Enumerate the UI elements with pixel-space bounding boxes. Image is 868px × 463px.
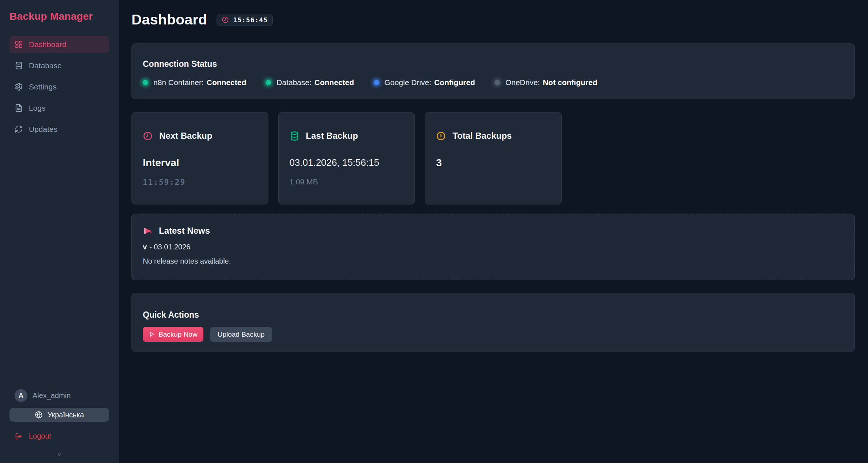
status-label: n8n Container: xyxy=(153,78,204,87)
page-header: Dashboard 15:56:45 xyxy=(131,10,855,29)
megaphone-icon xyxy=(143,226,153,236)
gear-icon xyxy=(15,83,23,91)
backup-now-label: Backup Now xyxy=(158,330,198,338)
alert-circle-icon xyxy=(436,131,446,141)
upload-backup-button[interactable]: Upload Backup xyxy=(210,327,272,342)
sidebar-item-label: Settings xyxy=(29,83,57,91)
status-label: OneDrive: xyxy=(505,78,540,87)
release-notes-text: No release notes available. xyxy=(143,257,844,265)
connection-status-row: n8n Container: Connected Database: Conne… xyxy=(143,78,844,87)
last-backup-card: Last Backup 03.01.2026, 15:56:15 1.09 MB xyxy=(278,112,415,204)
card-title: Last Backup xyxy=(306,131,358,141)
sidebar-item-dashboard[interactable]: Dashboard xyxy=(9,36,109,53)
current-time-badge: 15:56:45 xyxy=(217,14,273,26)
globe-icon xyxy=(35,411,43,419)
quick-actions-heading: Quick Actions xyxy=(143,310,844,320)
release-version: v xyxy=(143,243,147,251)
connection-status-panel: Connection Status n8n Container: Connect… xyxy=(131,43,855,99)
status-value: Configured xyxy=(434,78,475,87)
release-date: - 03.01.2026 xyxy=(149,243,190,251)
status-dot xyxy=(374,80,379,85)
status-label: Google Drive: xyxy=(385,78,431,87)
release-version-line: v - 03.01.2026 xyxy=(143,243,844,251)
status-google-drive: Google Drive: Configured xyxy=(374,78,475,87)
sidebar-item-label: Logs xyxy=(29,104,46,112)
sidebar: Backup Manager Dashboard Database xyxy=(0,0,119,463)
username: Alex_admin xyxy=(32,391,71,400)
connection-status-heading: Connection Status xyxy=(143,59,844,69)
play-icon xyxy=(149,331,155,337)
sidebar-nav: Dashboard Database Settings xyxy=(9,36,109,138)
status-label: Database: xyxy=(276,78,311,87)
language-button-label: Українська xyxy=(47,411,84,419)
status-value: Connected xyxy=(207,78,246,87)
status-dot xyxy=(495,80,500,85)
next-backup-countdown: 11:59:29 xyxy=(143,178,257,187)
status-value: Connected xyxy=(314,78,354,87)
sidebar-item-updates[interactable]: Updates xyxy=(9,120,109,138)
card-value: Interval xyxy=(143,157,257,169)
last-backup-size: 1.09 MB xyxy=(290,177,404,186)
avatar: A xyxy=(15,389,27,402)
sidebar-item-label: Dashboard xyxy=(29,40,66,49)
sidebar-item-label: Database xyxy=(29,61,62,70)
card-title: Next Backup xyxy=(159,131,212,141)
quick-actions-buttons: Backup Now Upload Backup xyxy=(143,327,844,342)
logout-icon xyxy=(15,432,23,440)
logout-button[interactable]: Logout xyxy=(9,432,109,440)
status-dot xyxy=(143,80,148,85)
quick-actions-panel: Quick Actions Backup Now Upload Backup xyxy=(131,293,855,352)
next-backup-card: Next Backup Interval 11:59:29 xyxy=(131,112,268,204)
latest-news-heading: Latest News xyxy=(159,226,210,236)
sidebar-item-logs[interactable]: Logs xyxy=(9,99,109,116)
layout-dashboard-icon xyxy=(15,40,23,49)
sidebar-item-database[interactable]: Database xyxy=(9,57,109,74)
current-time: 15:56:45 xyxy=(233,16,268,24)
user-row: A Alex_admin xyxy=(9,389,109,402)
status-database: Database: Connected xyxy=(266,78,354,87)
sidebar-item-label: Updates xyxy=(29,125,57,134)
card-title: Total Backups xyxy=(452,131,512,141)
latest-news-panel: Latest News v - 03.01.2026 No release no… xyxy=(131,214,855,280)
status-dot xyxy=(266,80,271,85)
status-n8n-container: n8n Container: Connected xyxy=(143,78,246,87)
sidebar-item-settings[interactable]: Settings xyxy=(9,78,109,95)
database-icon xyxy=(290,131,299,141)
file-text-icon xyxy=(15,104,23,112)
total-backups-count: 3 xyxy=(436,157,550,169)
status-onedrive: OneDrive: Not configured xyxy=(495,78,597,87)
backup-now-button[interactable]: Backup Now xyxy=(143,327,203,342)
database-icon xyxy=(15,61,23,70)
sidebar-footer: A Alex_admin Українська Logout v xyxy=(9,389,109,458)
language-button[interactable]: Українська xyxy=(9,408,109,422)
clock-icon xyxy=(222,16,229,23)
refresh-icon xyxy=(15,125,23,133)
app-logo: Backup Manager xyxy=(9,10,109,23)
last-backup-datetime: 03.01.2026, 15:56:15 xyxy=(290,157,404,168)
main-content: Dashboard 15:56:45 Connection Status n8n… xyxy=(119,0,868,463)
logout-label: Logout xyxy=(29,432,51,440)
stat-cards-row: Next Backup Interval 11:59:29 Last Backu… xyxy=(131,112,855,204)
clock-icon xyxy=(143,131,153,141)
upload-backup-label: Upload Backup xyxy=(218,330,265,338)
app-version: v xyxy=(9,451,109,458)
page-title: Dashboard xyxy=(131,12,207,28)
status-value: Not configured xyxy=(543,78,597,87)
total-backups-card: Total Backups 3 xyxy=(425,112,562,204)
